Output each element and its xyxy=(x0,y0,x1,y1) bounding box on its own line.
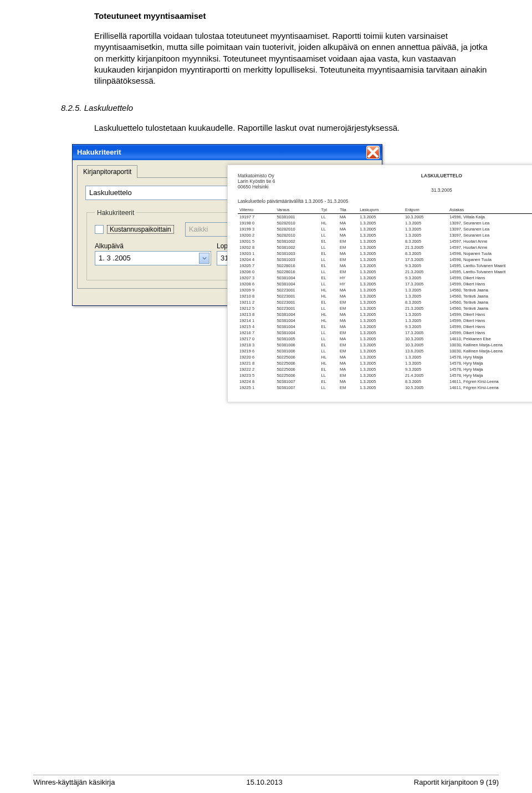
report-title: LASKULUETTELO xyxy=(275,173,532,178)
paragraph-sub: Laskuluettelo tulostetaan kuukaudelle. R… xyxy=(94,122,499,134)
dialog-titlebar[interactable]: Hakukriteerit xyxy=(73,145,382,160)
table-row: 19198 050282010HLMA1.3.20051.3.200513097… xyxy=(238,220,532,226)
tab-kirjanpitoraportit[interactable]: Kirjanpitoraportit xyxy=(77,165,137,178)
label-alkupaiva: Alkupäivä xyxy=(95,242,206,250)
footer-left: Winres-käyttäjän käsikirja xyxy=(33,778,115,786)
report-col-header: Laskupvm xyxy=(358,206,403,214)
report-company: Matkatoimisto Oy xyxy=(238,173,275,178)
report-col-header: Tpl xyxy=(319,206,337,214)
report-select-value: Laskuluettelo xyxy=(89,188,132,197)
table-row: 19200 250282010LLMA1.3.20051.3.200513097… xyxy=(238,232,532,238)
table-row: 19206 050228016LLEM1.3.200521.3.20051459… xyxy=(238,269,532,275)
report-filter: Laskuluettelo päivämääräväliltä 1.3.2005… xyxy=(238,198,532,204)
table-row: 19218 350381006ELEM1.3.200510.3.20051003… xyxy=(238,342,532,348)
subsection-title: 8.2.5. Laskuluettelo xyxy=(61,103,499,112)
table-row: 19217 050381005LLMA1.3.200510.3.20051461… xyxy=(238,336,532,342)
table-row: 19204 450381003LLEM1.3.200517.3.20051459… xyxy=(238,257,532,263)
alkupaiva-field[interactable]: 1. 3 .2005 xyxy=(95,251,211,265)
section-heading: Toteutuneet myyntisaamiset xyxy=(94,11,499,21)
table-row: 19225 150381007LLEM1.3.200510.5.20051461… xyxy=(238,385,532,391)
table-row: 19219 650381006LLEM1.3.200513.6.20051003… xyxy=(238,348,532,354)
table-row: 19197 750381001LLMA1.3.200510.3.20051459… xyxy=(238,213,532,220)
table-row: 19215 450381004ELMA1.3.20059.3.200514599… xyxy=(238,324,532,330)
table-row: 19211 250223001ELEM1.3.20058.3.200514560… xyxy=(238,299,532,305)
report-table: ViitenroVarausTplTilaLaskupvmEräpvmAsiak… xyxy=(238,206,532,391)
table-row: 19220 650225006HLMA1.3.20051.3.200514578… xyxy=(238,354,532,360)
table-row: 19207 350381004ELHY1.3.20059.3.200514599… xyxy=(238,275,532,281)
group-legend: Hakukriteerit xyxy=(95,209,136,217)
table-row: 19201 550381002ELEM1.3.20058.3.200514597… xyxy=(238,238,532,244)
report-col-header: Viitenro xyxy=(238,206,275,214)
footer-right: Raportit kirjanpitoon 9 (19) xyxy=(414,778,499,786)
kustannuspaikka-value: Kaikki xyxy=(189,225,208,233)
alkupaiva-value: 1. 3 .2005 xyxy=(99,254,131,262)
checkbox-label: Kustannuspaikoittain xyxy=(107,225,174,234)
table-row: 19202 850381002LLEM1.3.200521.3.20051459… xyxy=(238,244,532,250)
page-footer: Winres-käyttäjän käsikirja 15.10.2013 Ra… xyxy=(33,775,499,786)
report-col-header: Asiakas xyxy=(448,206,532,214)
table-row: 19216 750381004LLEM1.3.200517.3.20051459… xyxy=(238,330,532,336)
table-row: 19222 250225006ELMA1.3.20059.3.200514578… xyxy=(238,366,532,372)
report-col-header: Varaus xyxy=(275,206,319,214)
table-row: 19205 750228016ELMA1.3.20059.3.200514595… xyxy=(238,263,532,269)
table-row: 19209 950223001HLMA1.3.20051.3.200514560… xyxy=(238,287,532,293)
paragraph-main: Erillisellä raportilla voidaan tulostaa … xyxy=(94,30,499,86)
checkbox-kustannuspaikoittain[interactable] xyxy=(95,225,104,234)
table-row: 19213 850381004HLMA1.3.20051.3.200514599… xyxy=(238,311,532,318)
chevron-down-icon xyxy=(199,253,209,264)
footer-center: 15.10.2013 xyxy=(247,778,283,786)
table-row: 19203 150381003ELMA1.3.20058.3.200514598… xyxy=(238,250,532,257)
close-button[interactable] xyxy=(366,146,380,159)
table-row: 19210 850223001HLMA1.3.20051.3.200514560… xyxy=(238,293,532,299)
report-city: 00650 Helsinki xyxy=(238,184,275,190)
dialog-title: Hakukriteerit xyxy=(77,148,121,156)
report-preview: Matkatoimisto Oy Larin Kyöstin tie 6 006… xyxy=(227,165,532,402)
report-col-header: Tila xyxy=(338,206,358,214)
close-icon xyxy=(367,146,379,158)
table-row: 19224 850381007ELMA1.3.20058.3.200514611… xyxy=(238,378,532,385)
table-row: 19214 150381004HLMA1.3.20051.3.200514599… xyxy=(238,318,532,324)
table-row: 19221 850225006HLMA1.3.20051.3.200514578… xyxy=(238,360,532,366)
table-row: 19199 350282010LLMA1.3.20051.3.200513097… xyxy=(238,226,532,232)
report-street: Larin Kyöstin tie 6 xyxy=(238,178,275,184)
report-col-header: Eräpvm xyxy=(403,206,448,214)
report-date: 31.3.2005 xyxy=(275,187,532,193)
table-row: 19223 550225006LLEM1.3.200521.4.20051457… xyxy=(238,372,532,378)
table-row: 19212 550223001LLEM1.3.200521.3.20051456… xyxy=(238,305,532,311)
table-row: 19208 650381004LLHY1.3.200517.3.20051459… xyxy=(238,281,532,287)
